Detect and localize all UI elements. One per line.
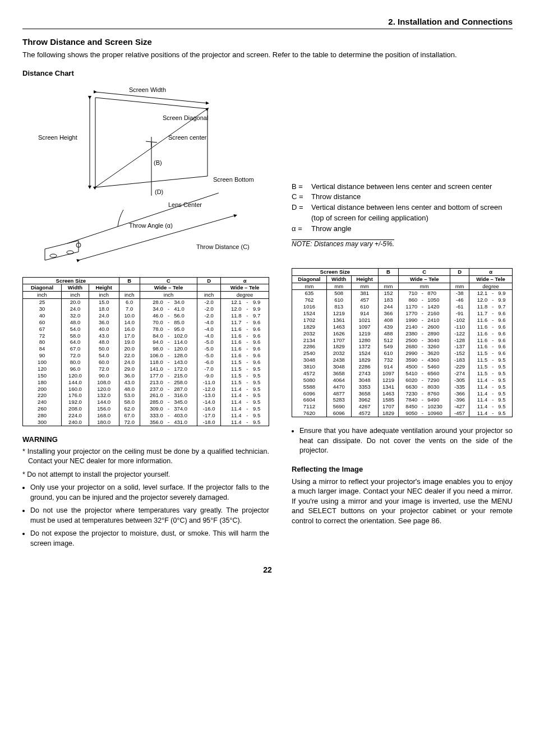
cell: - <box>243 366 251 372</box>
cell: 95.0 <box>172 326 197 333</box>
svg-marker-10 <box>45 241 79 260</box>
cell: 20.0 <box>62 299 89 306</box>
cell: 1829 <box>378 410 399 417</box>
cell: 9.5 <box>251 399 269 405</box>
label-lens-center: Lens Center <box>168 201 202 208</box>
cell: - <box>489 397 496 403</box>
cell: - <box>489 384 496 390</box>
cell: 5283 <box>326 397 351 403</box>
cell: - <box>165 326 172 333</box>
warning-title: WARNING <box>22 435 269 444</box>
cell: 2134 <box>292 337 327 344</box>
cell: 176.0 <box>62 392 89 399</box>
cell: 11.5 <box>221 379 243 386</box>
label-screen-diagonal: Screen Diagonal <box>163 114 208 121</box>
cell: - <box>165 306 172 312</box>
cell: - <box>419 377 426 384</box>
cell: 508 <box>326 290 351 297</box>
cell: 106.0 <box>140 352 164 359</box>
cell: 403.0 <box>172 412 197 419</box>
cell: 6096 <box>292 390 327 397</box>
cell: 12.0 <box>221 306 243 312</box>
cell: 28.0 <box>140 299 164 306</box>
divider <box>22 29 513 29</box>
label-throw-distance: Throw Distance (C) <box>196 243 250 250</box>
cell: 62.0 <box>119 405 140 412</box>
cell: 58.0 <box>62 333 89 339</box>
cell: -427 <box>450 403 469 410</box>
cell: -122 <box>450 330 469 337</box>
cell: -61 <box>450 303 469 310</box>
table-row: 7258.043.017.084.0-102.0-4.011.6-9.6 <box>23 333 269 339</box>
cell: -137 <box>450 343 469 350</box>
cell: - <box>419 357 426 363</box>
cell: 43.0 <box>119 379 140 386</box>
th-alpha: α <box>221 277 269 284</box>
cell: 11.5 <box>221 372 243 379</box>
cell: -38 <box>450 290 469 297</box>
cell: 180.0 <box>89 419 119 426</box>
cell: 11.5 <box>469 350 490 357</box>
def-b-key: B = <box>292 182 311 192</box>
cell: - <box>419 310 426 317</box>
table-row: 10080.060.024.0118.0-143.0-6.011.5-9.6 <box>23 359 269 366</box>
cell: 6560 <box>426 370 450 377</box>
cell: - <box>165 319 172 326</box>
cell: 333.0 <box>140 412 164 419</box>
def-b-val: Vertical distance between lens center an… <box>311 182 513 192</box>
cell: 1097 <box>351 324 378 330</box>
cell: - <box>419 337 426 344</box>
cell: - <box>419 317 426 324</box>
cell: -14.0 <box>197 399 221 405</box>
cell: 9.5 <box>251 392 269 399</box>
cell: - <box>165 352 172 359</box>
cell: 1770 <box>399 310 419 317</box>
unit: mm <box>292 283 327 290</box>
cell: 2160 <box>426 310 450 317</box>
th-height: Height <box>89 284 119 292</box>
cell: 2743 <box>351 370 378 377</box>
cell: 11.4 <box>221 419 243 426</box>
list-item: Do not attempt to install the projector … <box>22 470 269 480</box>
cell: 84.0 <box>140 333 164 339</box>
cell: 72 <box>23 333 62 339</box>
cell: 914 <box>351 310 378 317</box>
table-row: 76206096457218299050-10960-45711.4-9.5 <box>292 410 513 417</box>
distance-chart-title: Distance Chart <box>22 69 513 77</box>
label-b: (B) <box>154 159 162 166</box>
unit: mm <box>326 283 351 290</box>
cell: 67.0 <box>119 412 140 419</box>
cell: - <box>165 345 172 352</box>
table-row: 12096.072.029.0141.0-172.0-7.011.5-9.5 <box>23 366 269 372</box>
cell: 11.6 <box>221 333 243 339</box>
cell: 610 <box>378 350 399 357</box>
cell: 60 <box>23 319 62 326</box>
cell: 11.4 <box>221 399 243 405</box>
cell: 732 <box>378 357 399 363</box>
cell: 3048 <box>292 357 327 363</box>
table-row: 152412199143661770-2160-9111.7-9.6 <box>292 310 513 317</box>
table-row: 8467.050.020.098.0-120.0-5.011.6-9.6 <box>23 345 269 352</box>
cell: 762 <box>292 297 327 303</box>
cell: 11.6 <box>469 343 490 350</box>
cell: - <box>165 299 172 306</box>
cell: 10230 <box>426 403 450 410</box>
list-item: Installing your projector on the ceiling… <box>22 447 269 467</box>
cell: 4500 <box>399 363 419 370</box>
cell: 2890 <box>426 330 450 337</box>
cell: 1021 <box>351 317 378 324</box>
th-wide-tele: Wide – Tele <box>399 275 450 283</box>
cell: - <box>419 397 426 403</box>
unit: inch <box>197 292 221 299</box>
cell: 345.0 <box>172 399 197 405</box>
cell: 120.0 <box>89 386 119 393</box>
cell: 488 <box>378 330 399 337</box>
cell: 7620 <box>292 410 327 417</box>
cell: 9.6 <box>496 310 512 317</box>
cell: - <box>489 303 496 310</box>
cell: 9.5 <box>496 390 512 397</box>
cell: 260 <box>23 405 62 412</box>
cell: -13.0 <box>197 392 221 399</box>
cell: - <box>489 297 496 303</box>
th-wide-tele-alpha: Wide – Tele <box>221 284 269 292</box>
